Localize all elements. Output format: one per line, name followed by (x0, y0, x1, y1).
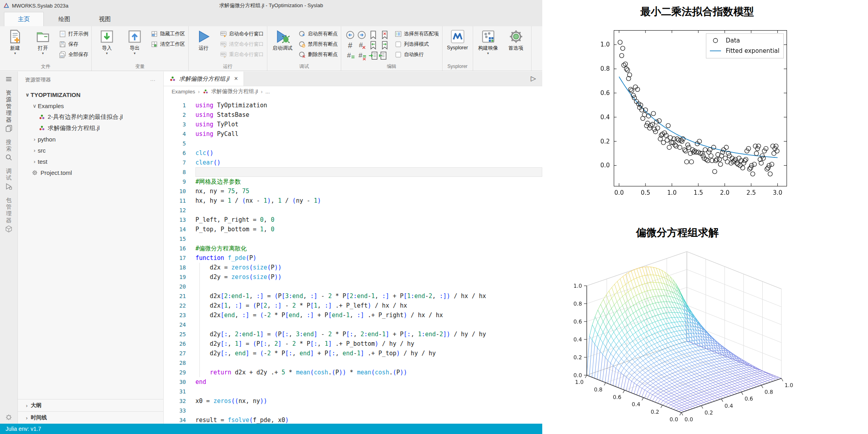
ribbon-tool-bookmark[interactable] (367, 30, 379, 40)
code-editor[interactable]: 1using TyOptimization2using StatsBase3us… (164, 97, 542, 424)
julia-env-status[interactable]: Julia env: v1.7 (6, 426, 41, 432)
tree-item-TYOPTIMIZATION[interactable]: ∨TYOPTIMIZATION (18, 89, 163, 100)
code-line-22[interactable]: 22 d2x[1, :] = (P[2, :] - 2 * P[1, :] .+… (164, 301, 542, 310)
ribbon-tool-hash[interactable]: # (344, 40, 356, 50)
tree-item-2-具有边界约束的最佳拟合.jl[interactable]: 2-具有边界约束的最佳拟合.jl (18, 111, 163, 122)
ribbon-tool-arrow-left-circle[interactable] (344, 30, 356, 40)
code-line-5[interactable]: 5 (164, 139, 542, 148)
ribbon-tool-indent-x[interactable]: # (356, 50, 367, 61)
code-line-34[interactable]: 34result = fsolve(f_pde, x0) (164, 415, 542, 424)
ribbon-tool-bookmark-left[interactable] (367, 40, 379, 50)
code-line-28[interactable]: 28 (164, 358, 542, 368)
code-line-6[interactable]: 6clc() (164, 148, 542, 158)
ribbon-button-打开示例[interactable]: ☆打开示例 (59, 30, 88, 38)
ribbon-tab-主页[interactable]: 主页 (4, 12, 44, 26)
code-line-19[interactable]: 19 d2y = zeros(size(P)) (164, 272, 542, 282)
code-line-33[interactable]: 33 (164, 406, 542, 415)
tree-item-src[interactable]: ›src (18, 145, 163, 156)
code-line-9[interactable]: 9#网格及边界参数 (164, 177, 542, 186)
tree-item-python[interactable]: ›python (18, 134, 163, 145)
sidebar-section-大纲[interactable]: ›大纲 (18, 399, 163, 411)
code-line-16[interactable]: 16#偏微分方程离散化 (164, 244, 542, 253)
breadcrumb-segment[interactable]: ... (265, 89, 270, 95)
ribbon-tool-bookmark-x[interactable] (379, 30, 391, 40)
code-line-4[interactable]: 4using PyCall (164, 129, 542, 139)
gear-icon[interactable] (5, 413, 13, 421)
ribbon-button-自动换行[interactable]: 自动换行 (394, 50, 439, 59)
activity-item-包管理器[interactable]: 包管理器 (5, 197, 13, 233)
ribbon-button-Sysplorer[interactable]: Sysplorer (446, 29, 470, 50)
ribbon-button-删除所有断点[interactable]: 删除所有断点 (298, 50, 338, 59)
ribbon-tool-bookmark-in[interactable] (367, 50, 379, 61)
ribbon-button-label: 导出 (130, 45, 140, 52)
code-text (195, 139, 542, 148)
ribbon-button-启动命令行窗口[interactable]: REPL启动命令行窗口 (220, 30, 264, 38)
ribbon-button-运行[interactable]: 运行 (192, 29, 216, 52)
ribbon-tool-bookmark-out[interactable] (379, 50, 391, 61)
ribbon-tool-hash-x[interactable]: # (356, 40, 367, 50)
activity-item-menu[interactable] (5, 74, 13, 83)
ribbon-button-保存[interactable]: 保存 (59, 40, 88, 48)
ribbon-button-列选择模式[interactable]: 列选择模式 (394, 40, 439, 48)
code-line-11[interactable]: 11hx, hy = 1 / (nx - 1), 1 / (ny - 1) (164, 196, 542, 205)
ribbon-button-启动所有断点[interactable]: 启动所有断点 (298, 30, 338, 38)
code-line-8[interactable]: 8 (164, 167, 542, 177)
run-file-icon[interactable]: ▷ (531, 74, 536, 83)
explorer-more-icon[interactable]: ··· (150, 77, 155, 83)
code-line-21[interactable]: 21 d2x[2:end-1, :] = (P[3:end, :] - 2 * … (164, 291, 542, 301)
code-line-17[interactable]: 17function f_pde(P) (164, 253, 542, 263)
editor-tab-active[interactable]: 求解偏微分方程组.jl × (164, 72, 244, 86)
code-line-1[interactable]: 1using TyOptimization (164, 101, 542, 110)
code-line-18[interactable]: 18 d2x = zeros(size(P)) (164, 263, 542, 272)
ribbon-button-禁用所有断点[interactable]: 禁用所有断点 (298, 40, 338, 48)
ribbon-button-全部保存[interactable]: 全部保存 (59, 50, 88, 59)
ribbon-tab-绘图[interactable]: 绘图 (44, 12, 84, 26)
ribbon-tool-bookmark-right[interactable] (379, 40, 391, 50)
tree-item-test[interactable]: ›test (18, 156, 163, 167)
breadcrumb[interactable]: Examples›求解偏微分方程组.jl›... (164, 86, 542, 97)
ribbon-group-tools: 构建映像▼首选项 (473, 26, 532, 71)
code-line-10[interactable]: 10nx, ny = 75, 75 (164, 186, 542, 196)
code-line-24[interactable]: 24 (164, 320, 542, 329)
ribbon-button-构建映像[interactable]: 构建映像▼ (476, 29, 500, 55)
code-line-25[interactable]: 25 d2y[:, 2:end-1] = (P[:, 3:end] - 2 * … (164, 329, 542, 339)
ribbon-button-启动调试[interactable]: 启动调试 (271, 29, 294, 52)
ribbon-button-导出[interactable]: 导出▼ (123, 29, 147, 55)
code-line-27[interactable]: 27 d2y[:, end] = (-2 * P[:, end] + P[:, … (164, 349, 542, 358)
code-line-3[interactable]: 3using TyPlot (164, 120, 542, 129)
code-line-30[interactable]: 30end (164, 377, 542, 387)
ribbon-button-新建[interactable]: 新建▼ (3, 29, 27, 55)
code-line-2[interactable]: 2using StatsBase (164, 110, 542, 120)
ribbon-button-首选项[interactable]: 首选项 (504, 29, 528, 52)
code-line-7[interactable]: 7clear() (164, 158, 542, 167)
ribbon-tab-视图[interactable]: 视图 (85, 12, 125, 26)
code-line-12[interactable]: 12 (164, 205, 542, 215)
code-line-20[interactable]: 20 (164, 282, 542, 291)
ribbon-button-清空工作区[interactable]: 清空工作区 (151, 40, 185, 48)
ribbon-tool-indent[interactable]: # (344, 50, 356, 61)
ribbon-button-选择所有匹配项[interactable]: 选择所有匹配项 (394, 30, 439, 38)
sidebar-section-时间线[interactable]: ›时间线 (18, 411, 163, 424)
breadcrumb-segment[interactable]: 求解偏微分方程组.jl (211, 88, 258, 95)
breadcrumb-segment[interactable]: Examples (172, 89, 195, 95)
activity-item-资源管理器[interactable]: 资源管理器 (5, 89, 13, 132)
line-number: 16 (164, 244, 195, 253)
activity-item-调试[interactable]: 调试 (5, 168, 13, 190)
ribbon-button-隐藏工作区[interactable]: 隐藏工作区 (151, 30, 185, 38)
activity-item-搜索[interactable]: 搜索 (5, 139, 13, 161)
code-line-14[interactable]: 14P_top, P_bottom = 1, 0 (164, 225, 542, 234)
tab-close-icon[interactable]: × (234, 75, 238, 82)
code-line-13[interactable]: 13P_left, P_right = 0, 0 (164, 215, 542, 225)
code-line-23[interactable]: 23 d2x[end, :] = (-2 * P[end, :] + P[end… (164, 310, 542, 320)
code-line-26[interactable]: 26 d2y[:, 1] = (P[:, 2] - 2 * P[:, 1] .+… (164, 339, 542, 349)
code-line-15[interactable]: 15 (164, 234, 542, 244)
tree-item-Project.toml[interactable]: Project.toml (18, 167, 163, 178)
ribbon-tool-arrow-right-circle[interactable] (356, 30, 367, 40)
ribbon-button-导入[interactable]: 导入▼ (95, 29, 119, 55)
code-line-29[interactable]: 29 return d2x + d2y .+ 5 * mean(cosh.(P)… (164, 368, 542, 377)
tree-item-Examples[interactable]: ∨Examples (18, 100, 163, 111)
code-line-32[interactable]: 32x0 = zeros((nx, ny)) (164, 396, 542, 406)
tree-item-求解偏微分方程组.jl[interactable]: 求解偏微分方程组.jl (18, 122, 163, 134)
ribbon-button-打开[interactable]: 打开▼ (31, 29, 55, 55)
code-line-31[interactable]: 31 (164, 387, 542, 396)
